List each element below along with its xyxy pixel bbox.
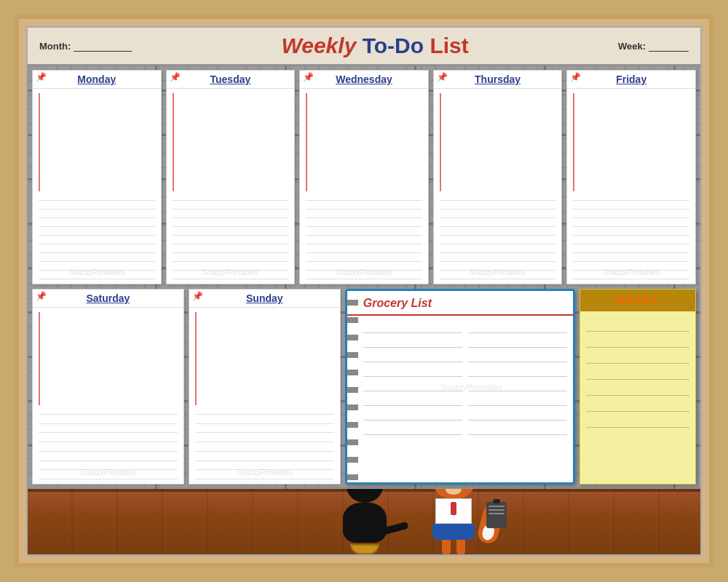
pin-icon-sunday: 📌: [192, 291, 203, 301]
fox-legs: [435, 540, 472, 554]
month-label: Month:: [39, 41, 71, 52]
day-line: [39, 244, 155, 253]
day-line: [39, 218, 155, 227]
grocery-title: Grocery List: [363, 297, 432, 309]
clipboard-line1: [488, 506, 505, 507]
day-line: [306, 262, 422, 271]
title-todo: To-Do: [363, 33, 430, 57]
day-line: [195, 405, 334, 415]
grocery-card: Grocery List: [345, 289, 575, 485]
day-line: [195, 424, 334, 434]
month-field: Month:: [39, 40, 132, 52]
day-line: [173, 191, 289, 200]
grocery-line: [468, 391, 567, 406]
day-line: [440, 271, 556, 279]
day-line: [440, 201, 556, 210]
day-line: [306, 236, 422, 244]
pin-icon-wednesday: 📌: [303, 72, 314, 82]
grocery-line: [363, 333, 462, 348]
main-title: Weekly To-Do List: [281, 33, 468, 58]
cat-food-bowl: [350, 544, 379, 554]
day-line: [195, 442, 334, 452]
grocery-line: [468, 333, 567, 348]
day-line: [306, 210, 422, 218]
notes-line: [586, 412, 689, 428]
saturday-title: Saturday: [86, 292, 130, 304]
grocery-line: [363, 406, 462, 420]
day-line: [440, 236, 556, 244]
header: Month: Weekly To-Do List Week:: [28, 28, 700, 65]
day-line: [195, 433, 334, 442]
saturday-card: 📌 Saturday SnazzyPrintables: [32, 289, 184, 485]
day-line: [306, 191, 422, 200]
monday-body[interactable]: SnazzyPrintables: [33, 89, 161, 284]
day-line: [440, 262, 556, 271]
wednesday-body[interactable]: SnazzyPrintables: [300, 89, 428, 284]
thursday-body[interactable]: SnazzyPrintables: [434, 89, 562, 284]
day-line: [173, 218, 289, 227]
day-line: [440, 191, 556, 200]
grocery-header: Grocery List: [347, 291, 573, 316]
notes-line: [586, 364, 689, 380]
day-line: [306, 218, 422, 227]
monday-title: Monday: [77, 73, 116, 85]
cat-torso: [343, 503, 387, 543]
day-line: [39, 470, 178, 479]
day-line: [39, 201, 155, 210]
clipboard: [486, 502, 507, 528]
day-line: [39, 210, 155, 218]
day-line: [173, 253, 289, 262]
day-line: [195, 415, 334, 424]
notes-line: [586, 316, 689, 332]
sunday-body[interactable]: SnazzyPrintables: [189, 308, 340, 484]
title-list: List: [430, 33, 468, 57]
grocery-line: [468, 420, 567, 435]
day-line: [306, 271, 422, 279]
sunday-title: Sunday: [246, 292, 283, 304]
red-margin-wednesday: [306, 93, 307, 191]
grocery-col-left: [363, 319, 462, 479]
day-line: [173, 210, 289, 218]
clipboard-clip: [493, 499, 500, 503]
day-line: [573, 253, 689, 262]
thursday-header: 📌 Thursday: [434, 71, 562, 89]
clipboard-line2: [488, 509, 505, 511]
day-line: [440, 244, 556, 253]
week-input[interactable]: [649, 40, 689, 52]
red-margin-thursday: [440, 93, 441, 191]
saturday-header: 📌 Saturday: [33, 290, 183, 308]
month-input[interactable]: [74, 40, 132, 52]
day-line: [440, 227, 556, 236]
day-line: [195, 452, 334, 461]
fox-character: [421, 489, 486, 554]
friday-body[interactable]: SnazzyPrintables: [567, 89, 695, 284]
tuesday-header: 📌 Tuesday: [167, 71, 295, 89]
saturday-body[interactable]: SnazzyPrintables: [33, 308, 183, 484]
notes-line: [586, 332, 689, 348]
fox-shirt: [435, 498, 472, 524]
notes-title: NOTES: [617, 295, 659, 306]
wednesday-card: 📌 Wednesday: [299, 70, 429, 284]
pin-icon-tuesday: 📌: [170, 72, 181, 82]
sunday-header: 📌 Sunday: [189, 290, 340, 308]
pin-icon-thursday: 📌: [437, 72, 448, 82]
notes-line: [586, 380, 689, 396]
weekday-row: 📌 Monday S: [32, 70, 696, 284]
day-line: [39, 415, 178, 424]
grocery-body[interactable]: SnazzyPrintables: [347, 316, 573, 482]
day-line: [39, 253, 155, 262]
day-line: [440, 210, 556, 218]
pin-icon-friday: 📌: [570, 72, 581, 82]
grocery-line: [468, 319, 567, 333]
bottom-row: 📌 Saturday SnazzyPrintables: [32, 289, 696, 485]
day-line: [306, 227, 422, 236]
day-line: [440, 218, 556, 227]
red-margin-friday: [573, 93, 574, 191]
grocery-line: [468, 406, 567, 420]
tuesday-body[interactable]: SnazzyPrintables: [167, 89, 295, 284]
notes-body[interactable]: [580, 311, 695, 484]
grocery-line: [468, 362, 567, 377]
day-line: [39, 442, 178, 452]
notes-header: NOTES: [580, 290, 695, 311]
outer-frame: Month: Weekly To-Do List Week: 📌 M: [15, 15, 713, 567]
